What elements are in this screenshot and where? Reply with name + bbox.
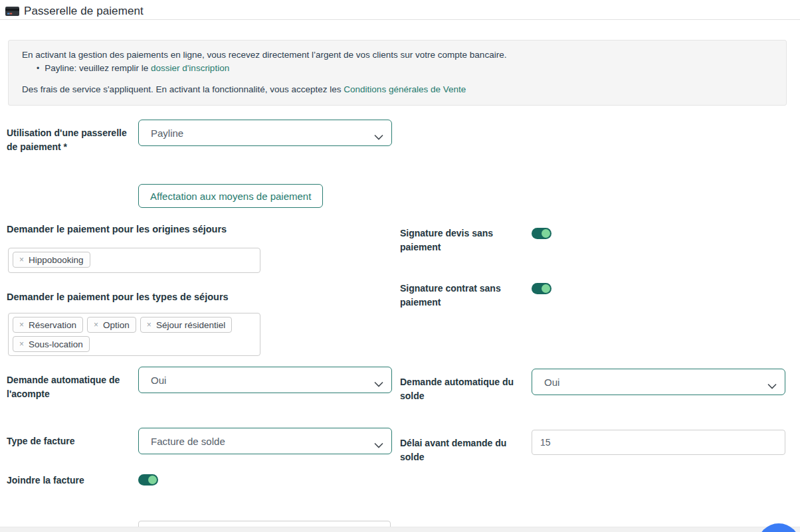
signature-contrat-label: Signature contrat sans paiement [400, 282, 532, 310]
alert-line2-text: Des frais de service s'appliquent. En ac… [22, 84, 344, 94]
chevron-down-icon [767, 380, 777, 392]
origins-multiselect[interactable]: ×Hippobooking [8, 248, 260, 273]
delai-solde-label: Délai avant demande du solde [400, 430, 532, 464]
auto-acompte-row: Demande automatique de l'acompte Oui [7, 367, 400, 401]
auto-solde-row: Demande automatique du solde Oui [400, 369, 793, 403]
auto-solde-select[interactable]: Oui [532, 369, 785, 395]
tag-option: ×Option [87, 317, 136, 333]
tag-hippobooking: ×Hippobooking [13, 252, 90, 268]
tag-sejour-residentiel: ×Séjour résidentiel [140, 317, 232, 333]
bullet-icon: • [37, 62, 39, 75]
auto-acompte-value: Oui [151, 375, 166, 386]
joindre-facture-row: Joindre la facture [7, 474, 400, 488]
delai-solde-input[interactable] [532, 430, 785, 455]
toggle-knob [148, 476, 157, 484]
remove-tag-icon[interactable]: × [147, 320, 151, 329]
gateway-select[interactable]: Payline [138, 120, 392, 146]
chevron-down-icon [374, 439, 383, 451]
tag-reservation: ×Réservation [13, 317, 83, 333]
types-label: Demander le paiement pour les types de s… [7, 290, 400, 304]
cgv-link[interactable]: Conditions générales de Vente [344, 84, 466, 94]
signature-devis-label: Signature devis sans paiement [400, 226, 532, 254]
tag-label: Sous-location [29, 339, 83, 349]
alert-line2: Des frais de service s'appliquent. En ac… [22, 83, 773, 96]
chevron-down-icon [374, 378, 383, 390]
footer-divider [0, 527, 800, 532]
joindre-facture-toggle[interactable] [138, 474, 158, 486]
alert-bullet: •Payline: veuillez remplir le dossier d'… [22, 62, 773, 75]
dossier-inscription-link[interactable]: dossier d'inscription [151, 63, 229, 73]
toggle-knob [542, 229, 550, 238]
alert-line1: En activant la gestion des paiements en … [22, 48, 773, 62]
info-alert: En activant la gestion des paiements en … [8, 40, 787, 106]
gateway-select-value: Payline [151, 128, 183, 139]
form-column-left: Demander le paiement pour les origines s… [7, 222, 400, 532]
signature-contrat-row: Signature contrat sans paiement [400, 282, 793, 310]
auto-solde-value: Oui [544, 377, 559, 388]
chevron-down-icon [374, 131, 383, 143]
alert-spacer [22, 75, 773, 83]
credit-card-icon [5, 6, 19, 17]
joindre-facture-label: Joindre la facture [7, 474, 138, 488]
auto-acompte-label: Demande automatique de l'acompte [7, 367, 138, 401]
tag-label: Hippobooking [29, 255, 84, 265]
gateway-label: Utilisation d'une passerelle de paiement… [7, 120, 138, 154]
auto-acompte-select[interactable]: Oui [138, 367, 392, 393]
invoice-type-value: Facture de solde [151, 436, 225, 447]
remove-tag-icon[interactable]: × [19, 339, 24, 349]
tag-label: Réservation [29, 320, 76, 330]
signature-devis-row: Signature devis sans paiement [400, 226, 793, 254]
invoice-type-row: Type de facture Facture de solde [7, 428, 400, 454]
toggle-knob [542, 284, 550, 293]
signature-devis-toggle[interactable] [532, 228, 551, 239]
form-column-right: Signature devis sans paiement Signature … [400, 222, 793, 532]
assign-payment-methods-button[interactable]: Affectation aux moyens de paiement [138, 184, 323, 208]
remove-tag-icon[interactable]: × [94, 320, 98, 329]
gateway-row: Utilisation d'une passerelle de paiement… [7, 120, 800, 154]
origins-label: Demander le paiement pour les origines s… [7, 222, 400, 236]
remove-tag-icon[interactable]: × [19, 320, 24, 329]
tag-label: Option [103, 320, 130, 330]
page-title: Passerelle de paiement [24, 5, 144, 18]
tag-sous-location: ×Sous-location [13, 336, 90, 352]
signature-contrat-toggle[interactable] [532, 283, 551, 294]
tag-label: Séjour résidentiel [156, 320, 225, 330]
types-multiselect[interactable]: ×Réservation ×Option ×Séjour résidentiel… [8, 313, 260, 356]
invoice-type-select[interactable]: Facture de solde [138, 428, 392, 454]
payment-gateway-form: Utilisation d'une passerelle de paiement… [0, 120, 800, 532]
remove-tag-icon[interactable]: × [19, 255, 24, 264]
page-header: Passerelle de paiement [0, 0, 800, 20]
delai-solde-row: Délai avant demande du solde [400, 430, 793, 464]
auto-solde-label: Demande automatique du solde [400, 369, 532, 403]
invoice-type-label: Type de facture [7, 428, 138, 448]
alert-bullet-text: Payline: veuillez remplir le [45, 63, 151, 73]
form-columns: Demander le paiement pour les origines s… [7, 222, 800, 532]
